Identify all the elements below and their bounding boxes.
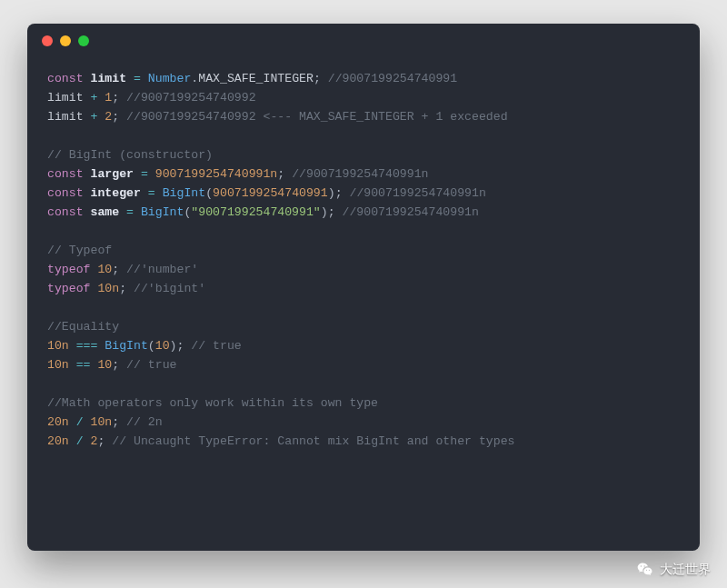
- code-number: 20n: [47, 434, 69, 448]
- code-operator: +: [91, 110, 98, 124]
- terminal-window: const limit = Number.MAX_SAFE_INTEGER; /…: [27, 24, 700, 551]
- code-function: BigInt: [141, 205, 184, 219]
- code-keyword: const: [47, 205, 84, 219]
- code-punct: (: [148, 339, 155, 353]
- code-operator: =: [126, 205, 134, 219]
- code-keyword: typeof: [47, 263, 90, 276]
- code-string: "9007199254740991": [191, 205, 320, 219]
- code-operator: /: [76, 434, 84, 448]
- code-comment: //9007199254740992 <--- MAX_SAFE_INTEGER…: [126, 110, 507, 124]
- code-number: 10n: [47, 339, 69, 353]
- wechat-icon: [636, 561, 654, 579]
- code-comment: // BigInt (constructor): [47, 148, 213, 162]
- maximize-icon[interactable]: [78, 35, 89, 46]
- code-block: const limit = Number.MAX_SAFE_INTEGER; /…: [27, 58, 700, 471]
- code-comment: //9007199254740991: [328, 72, 457, 85]
- code-comment: //9007199254740992: [126, 91, 255, 105]
- code-punct: (: [205, 186, 213, 200]
- code-punct: ;: [177, 339, 184, 353]
- code-number: 10: [97, 358, 112, 372]
- code-operator: =: [134, 72, 141, 85]
- code-number: 10: [155, 339, 170, 353]
- code-operator: ===: [76, 339, 98, 353]
- code-comment: //9007199254740991n: [292, 167, 428, 181]
- code-number: 10: [97, 263, 112, 276]
- code-punct: ): [321, 205, 328, 219]
- code-keyword: const: [47, 186, 84, 200]
- code-punct: ): [170, 339, 177, 353]
- code-punct: ;: [112, 358, 119, 372]
- code-comment: // Typeof: [47, 244, 112, 257]
- code-function: BigInt: [163, 186, 205, 200]
- code-identifier: limit: [47, 91, 84, 105]
- window-titlebar: [27, 24, 700, 58]
- code-prop: MAX_SAFE_INTEGER: [198, 72, 314, 85]
- code-function: BigInt: [105, 339, 147, 353]
- code-identifier: larger: [91, 167, 134, 181]
- code-number: 9007199254740991: [213, 186, 328, 200]
- code-number: 9007199254740991n: [155, 167, 278, 181]
- code-comment: //Equality: [47, 320, 119, 334]
- code-number: 20n: [47, 415, 69, 429]
- code-object: Number: [148, 72, 191, 85]
- code-operator: +: [91, 91, 98, 105]
- code-number: 10n: [91, 415, 113, 429]
- close-icon[interactable]: [42, 35, 53, 46]
- code-identifier: limit: [47, 110, 84, 124]
- code-comment: //9007199254740991n: [349, 186, 485, 200]
- code-comment: //'number': [126, 263, 198, 276]
- watermark: 大迁世界: [636, 561, 711, 579]
- code-comment: // 2n: [126, 415, 163, 429]
- code-comment: //9007199254740991n: [343, 205, 479, 219]
- code-identifier: limit: [91, 72, 127, 85]
- code-punct: ;: [112, 91, 119, 105]
- code-punct: ;: [314, 72, 321, 85]
- code-keyword: const: [47, 167, 84, 181]
- code-punct: ;: [112, 263, 119, 276]
- minimize-icon[interactable]: [60, 35, 71, 46]
- code-punct: ;: [97, 434, 105, 448]
- watermark-label: 大迁世界: [660, 562, 711, 578]
- code-identifier: same: [91, 205, 120, 219]
- code-comment: // true: [126, 358, 176, 372]
- code-punct: ;: [328, 205, 335, 219]
- code-operator: =: [148, 186, 155, 200]
- code-operator: ==: [76, 358, 91, 372]
- code-operator: =: [141, 167, 148, 181]
- code-punct: ;: [119, 282, 126, 295]
- code-keyword: const: [47, 72, 84, 85]
- code-identifier: integer: [91, 186, 141, 200]
- code-operator: /: [76, 415, 84, 429]
- code-punct: ;: [335, 186, 343, 200]
- code-punct: ;: [277, 167, 284, 181]
- code-number: 10n: [47, 358, 69, 372]
- code-punct: ;: [112, 110, 119, 124]
- code-keyword: typeof: [47, 282, 90, 295]
- code-comment: //Math operators only work within its ow…: [47, 396, 378, 410]
- code-comment: // Uncaught TypeError: Cannot mix BigInt…: [112, 434, 514, 448]
- code-punct: ): [328, 186, 335, 200]
- code-comment: //'bigint': [134, 282, 205, 295]
- code-number: 10n: [97, 282, 119, 295]
- code-comment: // true: [191, 339, 241, 353]
- code-punct: ;: [112, 415, 119, 429]
